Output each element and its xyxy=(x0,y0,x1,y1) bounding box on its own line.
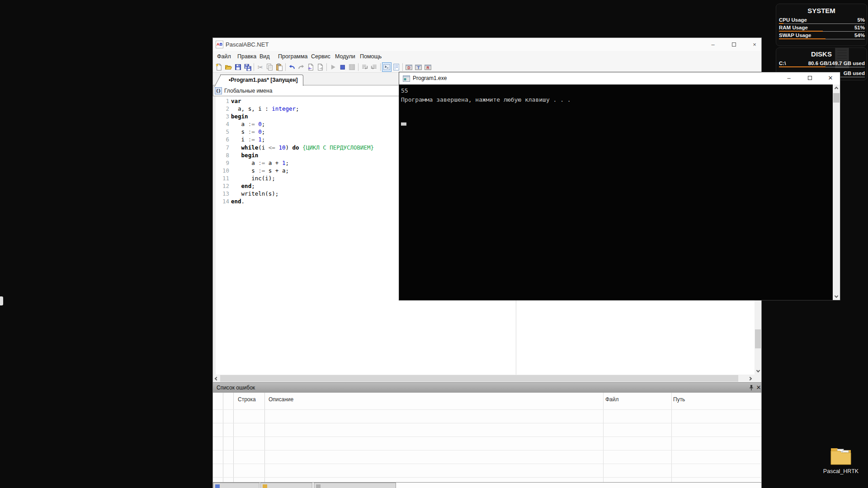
maximize-button[interactable] xyxy=(726,40,741,49)
code-text[interactable]: var a, s, i : integer;begin a := 0; s :=… xyxy=(231,97,374,205)
step-list-1-button[interactable] xyxy=(360,62,369,72)
desktop-icon-pascal-hrtk[interactable]: Pascal_HRTK xyxy=(814,446,868,474)
scroll-down-arrow-icon[interactable] xyxy=(755,367,761,374)
desktop-icon-label: Pascal_HRTK xyxy=(814,468,868,474)
window-d-button[interactable]: D xyxy=(404,62,414,72)
dock-tab-3[interactable] xyxy=(314,483,396,488)
error-list-close-icon[interactable]: ✕ xyxy=(755,383,762,393)
widget-usage-bar xyxy=(779,31,823,32)
scroll-down-arrow-icon[interactable] xyxy=(833,292,840,300)
folder-icon xyxy=(828,446,854,465)
nav-forward-button[interactable] xyxy=(316,62,325,72)
widget-row-value: 54% xyxy=(854,33,865,38)
line-number: 13 xyxy=(216,190,229,197)
code-line: s := 0; xyxy=(231,128,374,136)
scroll-right-arrow-icon[interactable] xyxy=(746,375,754,382)
widget-row-value: GB used xyxy=(844,70,865,76)
hidden-window-edge[interactable] xyxy=(0,296,3,305)
menu-item-5[interactable]: Сервис xyxy=(311,51,330,62)
console-close-button[interactable]: ✕ xyxy=(820,72,841,84)
save-button[interactable] xyxy=(233,62,243,72)
dock-tab-1[interactable] xyxy=(213,483,259,488)
column-header-1[interactable]: Строка xyxy=(238,396,256,403)
widget-row-value: 5% xyxy=(857,17,865,23)
cut-icon: ✂ xyxy=(256,63,264,71)
menu-item-3[interactable]: Вид xyxy=(259,51,270,62)
menu-item-4[interactable]: Программа xyxy=(278,51,308,62)
scroll-left-arrow-icon[interactable] xyxy=(213,375,220,382)
console-output-area[interactable]: 55Программа завершена, нажмите любую кла… xyxy=(399,84,840,300)
code-line: end. xyxy=(231,197,374,205)
column-header-4[interactable]: Путь xyxy=(673,396,685,403)
copy-button[interactable] xyxy=(265,62,274,72)
window-t-button[interactable]: T xyxy=(414,62,423,72)
line-number: 7 xyxy=(216,144,229,151)
toolbar-separator xyxy=(358,63,359,71)
console-window-title: Program1.exe xyxy=(413,72,447,84)
row-divider xyxy=(213,464,761,464)
menu-item-2[interactable]: Правка xyxy=(237,51,256,62)
system-widget-title: SYSTEM xyxy=(776,7,867,14)
toolbar: ✂DTR xyxy=(213,62,761,73)
console-scrollbar[interactable] xyxy=(833,84,840,300)
console-title-bar[interactable]: Program1.exe – ✕ xyxy=(399,72,840,84)
run-icon xyxy=(329,63,337,71)
window-r-button[interactable]: R xyxy=(423,62,433,72)
paste-button[interactable] xyxy=(274,62,284,72)
menu-item-6[interactable]: Модули xyxy=(335,51,355,62)
window-d-icon: D xyxy=(405,63,413,71)
widget-usage-bar xyxy=(779,23,783,24)
widget-row-label: RAM Usage xyxy=(779,25,808,30)
line-number: 9 xyxy=(216,159,229,167)
vscroll-thumb[interactable] xyxy=(755,329,761,348)
open-button[interactable] xyxy=(224,62,233,72)
compile-button[interactable] xyxy=(347,62,357,72)
run-button[interactable] xyxy=(328,62,338,72)
redo-button[interactable] xyxy=(297,62,306,72)
toolbar-separator xyxy=(285,63,286,71)
step-list-2-button[interactable] xyxy=(369,62,379,72)
error-list-caption-bar[interactable]: Список ошибок ✕ xyxy=(213,382,761,393)
menu-item-7[interactable]: Помощь xyxy=(360,51,382,62)
outline-button[interactable] xyxy=(392,62,401,72)
code-line: inc(i); xyxy=(231,174,374,182)
console-scroll-thumb[interactable] xyxy=(833,93,840,103)
hscroll-thumb[interactable] xyxy=(220,375,738,382)
widget-usage-bar xyxy=(779,38,826,39)
console-window-button[interactable] xyxy=(382,62,392,72)
minimize-button[interactable]: – xyxy=(706,40,720,49)
pin-icon[interactable] xyxy=(748,384,755,392)
widget-row: CPU Usage5% xyxy=(779,17,865,24)
scroll-up-arrow-icon[interactable] xyxy=(833,85,840,92)
code-line: a := a + 1; xyxy=(231,159,374,167)
undo-button[interactable] xyxy=(287,62,297,72)
console-minimize-button[interactable]: – xyxy=(778,72,799,84)
console-app-icon xyxy=(403,75,410,84)
copy-icon xyxy=(266,63,274,71)
code-line: s := s + a; xyxy=(231,167,374,174)
dock-tab-2[interactable] xyxy=(260,483,312,488)
code-line: writeln(s); xyxy=(231,190,374,197)
menu-bar: ФайлПравкаВидПрограммаСервисМодулиПомощь xyxy=(213,51,761,62)
disks-widget-title: DISKS xyxy=(776,50,867,58)
code-line: i := 1; xyxy=(231,136,374,143)
line-number: 4 xyxy=(216,120,229,128)
menu-item-1[interactable]: Файл xyxy=(217,51,231,62)
column-header-3[interactable]: Файл xyxy=(605,396,619,403)
column-header-2[interactable]: Описание xyxy=(269,396,293,403)
system-monitor-widget: SYSTEM CPU Usage5%RAM Usage51%SWAP Usage… xyxy=(776,4,867,46)
stop-button[interactable] xyxy=(338,62,347,72)
line-number: 6 xyxy=(216,136,229,143)
save-all-button[interactable] xyxy=(243,62,252,72)
editor-horizontal-scrollbar[interactable] xyxy=(213,375,761,382)
error-table: СтрокаОписаниеФайлПуть xyxy=(213,393,761,488)
nav-back-button[interactable] xyxy=(306,62,316,72)
new-file-button[interactable] xyxy=(214,62,224,72)
svg-text:R: R xyxy=(426,66,429,70)
cut-button[interactable]: ✂ xyxy=(255,62,265,72)
close-button[interactable]: × xyxy=(747,40,762,49)
tab-program1[interactable]: •Program1.pas* [Запущен] xyxy=(220,75,303,86)
title-bar[interactable]: AB PascalABC.NET – × xyxy=(213,38,761,51)
console-maximize-button[interactable] xyxy=(799,72,820,84)
line-number: 8 xyxy=(216,151,229,159)
